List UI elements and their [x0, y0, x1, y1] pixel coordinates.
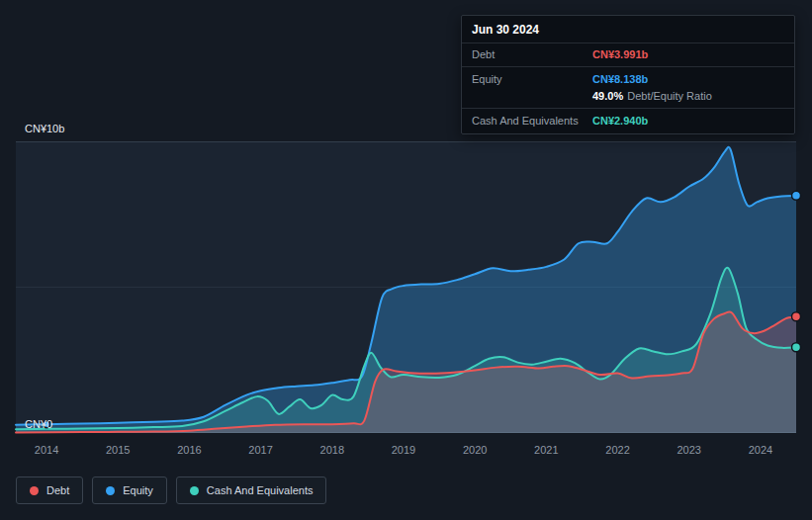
tooltip-row-equity: Equity CN¥8.138b — [462, 67, 794, 88]
x-axis-tick-2024: 2024 — [736, 444, 785, 456]
tooltip-cash-value: CN¥2.940b — [592, 115, 648, 127]
x-axis-tick-2015: 2015 — [93, 444, 142, 456]
tooltip-row-ratio: 49.0%Debt/Equity Ratio — [462, 88, 794, 108]
x-axis-tick-2022: 2022 — [593, 444, 643, 456]
chart-tooltip: Jun 30 2024 Debt CN¥3.991b Equity CN¥8.1… — [461, 15, 795, 134]
legend-item-equity[interactable]: Equity — [92, 477, 167, 504]
x-axis-tick-2019: 2019 — [379, 444, 428, 456]
tooltip-date: Jun 30 2024 — [462, 16, 794, 43]
x-axis: 2014201520162017201820192020202120222023… — [0, 444, 812, 460]
debt-equity-history-screen: CN¥10b CN¥0 2014201520162017201820192020… — [0, 0, 812, 520]
x-axis-tick-2021: 2021 — [521, 444, 571, 456]
debt-equity-area-chart[interactable] — [16, 141, 796, 433]
x-axis-tick-2018: 2018 — [308, 444, 357, 456]
tooltip-ratio-value: 49.0%Debt/Equity Ratio — [592, 90, 712, 102]
x-axis-tick-2023: 2023 — [665, 444, 714, 456]
legend-item-cash[interactable]: Cash And Equivalents — [176, 477, 327, 504]
tooltip-ratio-percent: 49.0% — [592, 90, 623, 102]
tooltip-equity-value: CN¥8.138b — [592, 73, 648, 85]
tooltip-debt-label: Debt — [472, 48, 592, 60]
debt-series-dot-icon — [30, 486, 39, 495]
legend-equity-label: Equity — [123, 484, 153, 496]
x-axis-tick-2016: 2016 — [164, 444, 214, 456]
legend-cash-label: Cash And Equivalents — [207, 484, 314, 496]
tooltip-cash-label: Cash And Equivalents — [472, 115, 592, 127]
chart-plot-area[interactable] — [16, 141, 796, 433]
tooltip-ratio-label: Debt/Equity Ratio — [627, 90, 712, 102]
legend-item-debt[interactable]: Debt — [16, 477, 83, 504]
tooltip-debt-value: CN¥3.991b — [592, 48, 648, 60]
equity-latest-point-marker — [792, 191, 801, 200]
y-axis-label-top: CN¥10b — [25, 123, 64, 134]
chart-legend: Debt Equity Cash And Equivalents — [16, 477, 326, 504]
x-axis-tick-2017: 2017 — [236, 444, 286, 456]
equity-series-dot-icon — [106, 486, 115, 495]
cash-series-dot-icon — [190, 486, 199, 495]
tooltip-equity-label: Equity — [472, 73, 592, 85]
cash-latest-point-marker — [792, 343, 801, 352]
tooltip-row-cash: Cash And Equivalents CN¥2.940b — [462, 108, 794, 133]
x-axis-tick-2020: 2020 — [450, 444, 499, 456]
y-axis-label-bottom: CN¥0 — [25, 418, 52, 430]
x-axis-tick-2014: 2014 — [22, 444, 71, 456]
debt-latest-point-marker — [792, 312, 801, 321]
legend-debt-label: Debt — [46, 484, 69, 496]
tooltip-row-debt: Debt CN¥3.991b — [462, 43, 794, 67]
